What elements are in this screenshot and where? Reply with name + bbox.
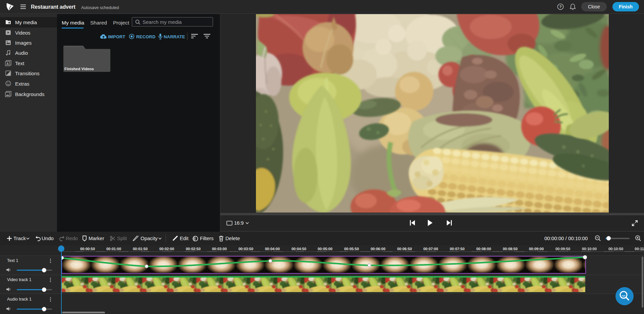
svg-text:?: ? [559,5,561,9]
svg-text:A: A [6,62,9,66]
